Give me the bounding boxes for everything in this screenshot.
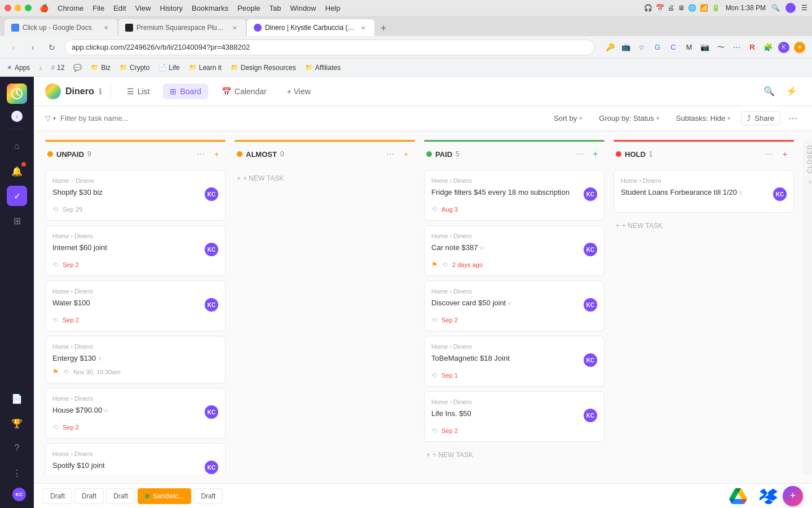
help-menu[interactable]: Help [325, 4, 341, 12]
tab-close-docs[interactable]: ✕ [102, 23, 111, 32]
card-carnote[interactable]: Home › Dinero Car note $387 ≡ KC ⚑ ⟲ 2 d… [424, 225, 604, 276]
bookmark-designresources[interactable]: 📁 Design Resources [231, 64, 296, 72]
card-studentloans[interactable]: Home › Dinero Student Loans Forbearance … [614, 170, 794, 213]
extension-m[interactable]: M [683, 42, 695, 53]
forward-button[interactable]: › [26, 41, 39, 54]
new-tab-button[interactable]: + [376, 20, 391, 36]
hold-new-task-button[interactable]: + + NEW TASK [614, 217, 794, 234]
file-menu[interactable]: File [92, 4, 104, 12]
paid-more-button[interactable]: ⋯ [573, 147, 586, 161]
star-icon[interactable]: ☆ [636, 42, 647, 53]
card-fridge[interactable]: Home › Dinero Fridge filters $45 every 1… [424, 170, 604, 221]
unpaid-more-button[interactable]: ⋯ [194, 147, 208, 161]
edit-menu[interactable]: Edit [113, 4, 126, 12]
key-icon[interactable]: 🔑 [604, 42, 616, 53]
almost-add-button[interactable]: + [399, 147, 413, 161]
filter-icon-button[interactable]: ▽ ▾ [45, 114, 56, 122]
sidebar-item-inbox[interactable]: 🔔 [7, 161, 27, 181]
app-logo[interactable] [7, 84, 27, 104]
hamburger-icon[interactable]: ☰ [801, 4, 807, 12]
extension-g[interactable]: G [652, 42, 663, 53]
back-button[interactable]: ‹ [7, 41, 20, 54]
tab-docs[interactable]: Click up - Google Docs ✕ [5, 19, 117, 36]
user-icon[interactable] [785, 3, 796, 13]
card-water[interactable]: Home › Dinero Water $100 KC ⟲ Sep 2 [45, 281, 226, 331]
extension-c[interactable]: C [668, 42, 679, 53]
bottom-tab-2[interactable]: Draft [74, 488, 104, 504]
bookmark-12[interactable]: # 12 [51, 64, 64, 72]
card-discover[interactable]: Home › Dinero Discover card $50 joint ≡ … [424, 281, 604, 331]
sidebar-item-tasks[interactable]: ✓ [7, 186, 27, 206]
tab-close-sq[interactable]: ✕ [230, 23, 239, 32]
paid-add-button[interactable]: + [589, 147, 602, 161]
unpaid-add-button[interactable]: + [210, 147, 223, 161]
tab-close-dinero[interactable]: ✕ [359, 23, 368, 32]
view-tab-calendar[interactable]: 📅 Calendar [215, 84, 273, 99]
project-info-icon[interactable]: ℹ [99, 87, 102, 96]
bookmark-affiliates[interactable]: 📁 Affiliates [305, 64, 341, 72]
tab-dinero[interactable]: Dinero | Krystle Carbuccia (Bo... ✕ [247, 19, 374, 36]
bookmark-biz[interactable]: 📁 Biz [91, 64, 111, 72]
card-entergy[interactable]: Home › Dinero Entergy $130 ≡ ⚑ ⟲ Nov 30,… [45, 336, 226, 383]
closed-expand-icon[interactable]: › [809, 178, 811, 186]
sidebar-item-help[interactable]: ? [7, 438, 27, 458]
cast-icon[interactable]: 📺 [620, 42, 632, 53]
tab-menu[interactable]: Tab [270, 4, 281, 12]
add-task-fab[interactable]: + [783, 486, 803, 506]
card-house[interactable]: Home › Dinero House $790.00 ≡ KC ⟲ Sep 2 [45, 388, 226, 439]
history-menu[interactable]: History [160, 4, 183, 12]
user-avatar[interactable]: K [778, 42, 789, 53]
bookmark-crypto[interactable]: 📁 Crypto [120, 64, 149, 72]
sidebar-item-dashboards[interactable]: ⊞ [7, 211, 27, 231]
bottom-tab-5[interactable]: Draft [193, 488, 223, 504]
filter-task-input[interactable] [60, 114, 543, 122]
workspace-chevron-icon[interactable]: › [11, 111, 23, 122]
bookmarks-menu[interactable]: Bookmarks [192, 4, 228, 12]
hold-add-button[interactable]: + [778, 147, 792, 161]
bottom-tab-3[interactable]: Draft [106, 488, 135, 504]
people-menu[interactable]: People [237, 4, 260, 12]
bookmark-life[interactable]: 📄 Life [158, 64, 179, 72]
almost-new-task-button[interactable]: + + NEW TASK [235, 170, 415, 187]
sidebar-item-docs[interactable]: 📄 [7, 388, 27, 409]
profile-icon[interactable]: ★ [794, 42, 805, 53]
wave-icon[interactable]: 〜 [715, 42, 726, 53]
sidebar-item-goals[interactable]: 🏆 [7, 413, 27, 433]
view-menu[interactable]: View [135, 4, 151, 12]
puzzle-icon[interactable]: 🧩 [762, 42, 774, 53]
subtasks-button[interactable]: Subtasks: Hide ▾ [670, 111, 736, 125]
sidebar-item-more[interactable]: ⋮ [7, 463, 27, 483]
more-extensions[interactable]: ⋯ [731, 42, 742, 53]
card-spotify[interactable]: Home › Dinero Spotify $10 joint KC ⟲ Sep… [45, 443, 226, 474]
bookmark-msg[interactable]: 💬 [73, 64, 82, 72]
paid-new-task-button[interactable]: + + NEW TASK [424, 446, 604, 463]
bookmark-spotify[interactable]: ♪ [39, 64, 42, 71]
search-icon[interactable]: 🔍 [771, 4, 780, 12]
card-lifeins[interactable]: Home › Dinero Life Ins. $50 KC ⟲ Sep 2 [424, 391, 604, 442]
r-extension[interactable]: R [747, 42, 758, 53]
card-tobemagnetic[interactable]: Home › Dinero ToBeMagnetic $18 Joint KC … [424, 336, 604, 387]
lightning-button[interactable]: ⚡ [783, 82, 801, 100]
chrome-menu[interactable]: Chrome [58, 4, 83, 12]
more-options-button[interactable]: ⋯ [785, 111, 801, 126]
refresh-button[interactable]: ↻ [45, 41, 59, 54]
bookmark-apps[interactable]: ★ Apps [7, 64, 30, 72]
hold-more-button[interactable]: ⋯ [762, 147, 776, 161]
search-button[interactable]: 🔍 [760, 82, 778, 100]
window-menu[interactable]: Window [290, 4, 316, 12]
sidebar-item-home[interactable]: ⌂ [7, 136, 27, 156]
almost-more-button[interactable]: ⋯ [383, 147, 397, 161]
sort-by-button[interactable]: Sort by ▾ [548, 111, 588, 125]
bottom-tab-1[interactable]: Draft [43, 488, 72, 504]
group-by-button[interactable]: Group by: Status ▾ [593, 111, 665, 125]
card-shopify[interactable]: Home › Dinero Shopify $30 biz KC ⟲ Sep 2… [45, 170, 226, 221]
view-tab-list[interactable]: ☰ List [120, 84, 157, 99]
apple-menu[interactable]: 🍎 [39, 4, 48, 12]
maximize-button[interactable] [25, 5, 32, 11]
camera-icon[interactable]: 📷 [699, 42, 710, 53]
bottom-tab-sandwich[interactable]: Sandwic... [138, 488, 191, 504]
tab-sq[interactable]: Premium Squarespace Plugins ✕ [118, 19, 246, 36]
google-drive-fab[interactable] [726, 484, 750, 508]
view-tab-add[interactable]: + View [280, 84, 317, 99]
card-internet[interactable]: Home › Dinero Internet $60 joint KC ⟲ Se… [45, 225, 226, 276]
